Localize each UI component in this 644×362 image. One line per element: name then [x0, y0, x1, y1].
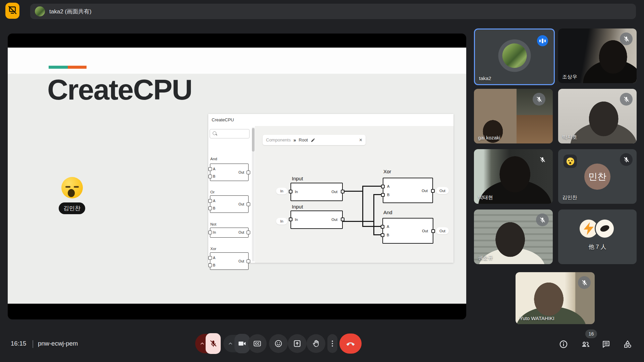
port-label: Out: [422, 229, 428, 233]
surprised-face-emoji: [564, 155, 577, 168]
port: [208, 206, 212, 210]
participant-name: 김민찬: [562, 194, 577, 201]
breadcrumb-separator: »: [293, 137, 296, 143]
avatar-initials: 민찬: [588, 171, 606, 183]
port: [341, 190, 344, 193]
component-search-input: [210, 129, 250, 138]
external-pill-out-and: Out: [436, 227, 449, 234]
port-label: A: [213, 256, 215, 260]
library-gate-or: A B Out: [210, 195, 249, 213]
participant-name: Yuto WATAHIKI: [520, 315, 554, 321]
node-label-input2: Input: [292, 204, 303, 209]
port: [208, 167, 212, 171]
participant-name: 조상우: [562, 74, 577, 80]
port-label: In: [213, 230, 216, 234]
clock: 16:15: [11, 340, 26, 347]
port-label: Out: [331, 218, 337, 222]
port: [381, 233, 384, 237]
node-and: A B Out: [382, 218, 433, 244]
avatar: [502, 43, 527, 68]
people-button[interactable]: [581, 340, 590, 349]
presentation-off-icon: [7, 5, 17, 16]
speaking-indicator-icon: [537, 35, 548, 46]
participant-tile[interactable]: gai kozaki: [474, 89, 553, 143]
component-library-sidebar: And A B Out Or A B Out Not: [208, 126, 255, 263]
port: [289, 218, 292, 221]
wire: [373, 194, 374, 235]
port-label: B: [387, 233, 389, 237]
port: [208, 175, 212, 178]
captions-button[interactable]: [248, 334, 267, 353]
participant-name: 박지호: [562, 134, 577, 140]
node-label-and: And: [383, 209, 392, 215]
library-gate-label: Or: [210, 190, 215, 194]
port: [341, 218, 344, 221]
port-label: A: [387, 225, 389, 229]
port: [208, 199, 212, 203]
reactions-button[interactable]: [269, 334, 288, 353]
mic-muted-icon: [533, 93, 545, 106]
activities-button[interactable]: [623, 340, 632, 349]
sidebar-scrollbar: [252, 127, 255, 261]
port: [247, 231, 250, 234]
meeting-details-button[interactable]: [559, 340, 568, 349]
emoji-face: [567, 158, 574, 165]
port-label: B: [387, 193, 389, 197]
external-pill-in2: In: [276, 218, 287, 225]
port: [247, 202, 250, 206]
port: [381, 225, 384, 229]
screen-share-surface: CreateCPU 김민찬 CreateCPU And A B Out Or: [8, 34, 466, 319]
wire: [343, 191, 363, 192]
library-gate-label: Not: [210, 222, 216, 226]
wire: [362, 226, 383, 227]
participant-tile[interactable]: 민찬 김민찬: [558, 149, 637, 204]
external-pill-in1: In: [276, 188, 287, 194]
avatar-ring: [498, 39, 531, 72]
mic-muted-icon: [536, 214, 549, 226]
chat-button[interactable]: [601, 340, 611, 349]
participant-tile-overflow[interactable]: 他 7 人: [558, 209, 637, 264]
breadcrumb-current: Root: [299, 137, 308, 142]
mic-muted-icon: [536, 153, 549, 166]
emoji-eye: [74, 186, 79, 188]
wire: [362, 186, 383, 187]
slide-title: CreateCPU: [47, 73, 192, 106]
participant-tile[interactable]: 권순규: [474, 209, 553, 264]
port-label: A: [213, 199, 215, 203]
port-label: Out: [238, 170, 244, 174]
node-input2: In Out: [290, 210, 343, 229]
participant-tile[interactable]: 박태현: [474, 149, 553, 204]
participant-video-inset: [517, 115, 553, 143]
stop-presenting-button[interactable]: [5, 3, 19, 19]
present-button[interactable]: [288, 334, 307, 353]
slide-accent-bar-orange: [68, 66, 87, 69]
raise-hand-button[interactable]: [307, 334, 325, 353]
external-pill-out-xor: Out: [436, 187, 449, 194]
participant-tile[interactable]: Yuto WATAHIKI: [516, 272, 595, 324]
port-label: In: [295, 190, 298, 194]
participant-tile[interactable]: 박지호: [558, 89, 637, 143]
overflow-avatar-lightning: [580, 220, 598, 238]
node-input1: In Out: [290, 183, 343, 201]
app-header: CreateCPU: [208, 114, 453, 126]
more-options-button[interactable]: [327, 334, 337, 353]
port-label: Out: [422, 189, 428, 193]
mic-toggle-button[interactable]: [206, 333, 221, 354]
presenter-chip[interactable]: taka2 (画面共有): [30, 4, 636, 19]
port-label: Out: [238, 259, 244, 263]
port-label: B: [213, 206, 215, 210]
overflow-avatar-cookie: [596, 220, 614, 238]
port-label: B: [213, 263, 215, 267]
participant-name: 권순규: [478, 255, 493, 261]
port-label: Out: [238, 230, 244, 234]
mic-muted-icon: [620, 93, 633, 106]
port: [208, 231, 212, 234]
breadcrumb: Components » Root ×: [263, 135, 366, 145]
participant-tile[interactable]: 조상우: [558, 28, 637, 83]
port: [208, 263, 212, 267]
avatar: 민찬: [584, 164, 610, 190]
footer-divider: [33, 340, 33, 348]
participant-tile-taka2[interactable]: taka2: [474, 28, 555, 85]
library-gate-label: Xor: [210, 247, 216, 251]
leave-call-button[interactable]: [339, 334, 362, 354]
